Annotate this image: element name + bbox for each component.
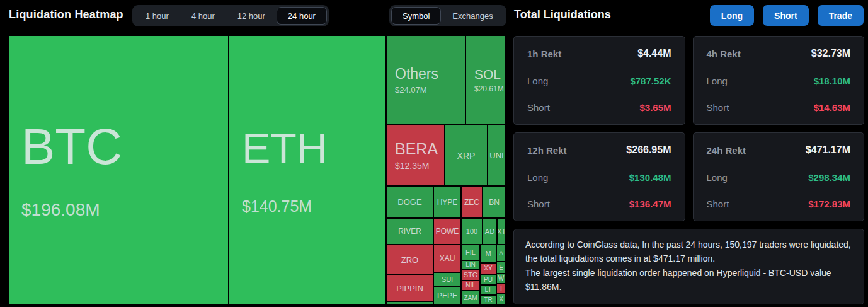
stats-column: 1h Rekt$4.44MLong$787.52KShort$3.65M4h R… (513, 36, 864, 304)
tile-symbol: XY (484, 265, 492, 272)
treemap-tile-bn[interactable]: BN (483, 187, 505, 217)
treemap-tile-powe[interactable]: POWE (434, 219, 460, 244)
time-tab-12-hour[interactable]: 12 hour (226, 7, 277, 25)
long-row: Long$18.10M (707, 76, 851, 86)
short-row: Short$172.83M (707, 199, 851, 209)
treemap-tile-tile[interactable] (387, 302, 433, 304)
treemap-tile-w[interactable]: W (497, 274, 505, 283)
treemap-tile-x[interactable]: X (497, 294, 505, 304)
treemap-tile-river[interactable]: RIVER (387, 219, 433, 244)
period-label: 12h Rekt (527, 145, 567, 156)
treemap-tile-hype[interactable]: HYPE (434, 187, 460, 217)
treemap-tile-uni[interactable]: UNI (488, 125, 505, 185)
treemap-tile-xt[interactable]: XT (498, 219, 505, 244)
long-value: $130.48M (629, 172, 671, 183)
treemap-tile-pepe[interactable]: PEPE (434, 287, 460, 304)
rekt-card-12h-rekt: 12h Rekt$266.95MLong$130.48MShort$136.47… (513, 132, 685, 221)
treemap-tile-xrp[interactable]: XRP (445, 125, 487, 185)
tile-symbol: W (498, 275, 504, 282)
tile-symbol: XAU (440, 255, 455, 262)
time-tab-24-hour[interactable]: 24 hour (277, 7, 327, 25)
tile-symbol: DOGE (397, 198, 421, 206)
treemap-tile-e[interactable]: E (497, 262, 505, 273)
trade-button[interactable]: Trade (818, 5, 864, 26)
view-tab-exchanges[interactable]: Exchanges (441, 7, 504, 25)
treemap-tile-tr[interactable]: TR (481, 296, 496, 304)
tile-symbol: BERA (395, 141, 438, 157)
view-tab-symbol[interactable]: Symbol (391, 7, 441, 25)
tile-symbol: E (499, 265, 503, 271)
tile-symbol: RIVER (398, 228, 421, 235)
treemap-tile-others[interactable]: Others$24.07M (387, 36, 465, 124)
tile-symbol: AD (485, 228, 494, 235)
total-row: 24h Rekt$471.17M (707, 144, 851, 156)
time-tab-4-hour[interactable]: 4 hour (180, 7, 226, 25)
time-range-tabs: 1 hour4 hour12 hour24 hour (132, 5, 329, 26)
total-row: 12h Rekt$266.95M (527, 144, 671, 156)
total-value: $471.17M (806, 144, 850, 156)
treemap-tile-stg[interactable]: STG (462, 270, 479, 280)
liquidation-treemap: BTC$196.08METH$140.75MOthers$24.07MSOL$2… (9, 36, 505, 304)
treemap-tile-a[interactable]: A (497, 245, 505, 261)
treemap-tile-fil[interactable]: FIL (462, 245, 479, 260)
tile-symbol: POWE (436, 228, 459, 235)
tile-symbol: SOL (474, 67, 501, 81)
rekt-card-4h-rekt: 4h Rekt$32.73MLong$18.10MShort$14.63M (693, 36, 865, 125)
treemap-tile-pippin[interactable]: PIPPIN (387, 275, 433, 301)
treemap-tile-lt[interactable]: LT (481, 286, 496, 294)
tile-symbol: ZEC (464, 199, 479, 206)
long-label: Long (707, 172, 728, 183)
tile-symbol: UNI (489, 151, 503, 159)
view-mode-tabs: SymbolExchanges (389, 5, 506, 26)
page-title: Liquidation Heatmap (9, 8, 123, 21)
summary-panel: According to CoinGlass data, In the past… (513, 229, 864, 304)
tile-symbol: XT (498, 228, 505, 235)
treemap-tile-doge[interactable]: DOGE (387, 187, 433, 217)
treemap-tile-xau[interactable]: XAU (434, 245, 460, 272)
period-label: 4h Rekt (707, 49, 741, 59)
treemap-tile-zro[interactable]: ZRO (387, 245, 433, 274)
treemap-tile-pu[interactable]: PU (481, 275, 496, 284)
period-label: 24h Rekt (707, 145, 746, 156)
total-value: $266.95M (626, 144, 671, 156)
tile-symbol: NIL (465, 282, 476, 289)
summary-line-1: According to CoinGlass data, In the past… (525, 238, 852, 266)
total-row: 4h Rekt$32.73M (707, 48, 851, 59)
treemap-tile-bera[interactable]: BERA$12.35M (387, 125, 444, 185)
treemap-tile-nil[interactable]: NIL (462, 281, 479, 290)
tile-symbol: BTC (21, 122, 122, 172)
liquidation-heatmap-app: Liquidation Heatmap 1 hour4 hour12 hour2… (0, 0, 868, 307)
tile-symbol: PIPPIN (396, 284, 423, 293)
long-row: Long$298.34M (707, 172, 851, 183)
treemap-tile-eth[interactable]: ETH$140.75M (229, 36, 385, 304)
treemap-tile-zam[interactable]: ZAM (462, 291, 479, 304)
tile-liquidation-value: $196.08M (21, 201, 100, 219)
treemap-tile-xy[interactable]: XY (481, 264, 496, 274)
short-row: Short$136.47M (527, 199, 671, 209)
treemap-tile-btc[interactable]: BTC$196.08M (9, 36, 228, 304)
total-value: $32.73M (811, 48, 850, 59)
time-tab-1-hour[interactable]: 1 hour (134, 7, 180, 25)
treemap-tile-m[interactable]: M (481, 245, 496, 262)
treemap-tile-sol[interactable]: SOL$20.61M (466, 36, 505, 124)
total-liquidations-title: Total Liquidations (514, 8, 611, 21)
rekt-card-24h-rekt: 24h Rekt$471.17MLong$298.34MShort$172.83… (693, 132, 865, 221)
treemap-tile-ad[interactable]: AD (483, 219, 496, 244)
tile-symbol: ETH (242, 127, 328, 170)
tile-symbol: T (499, 286, 503, 292)
treemap-tile-sui[interactable]: SUI (434, 273, 460, 286)
tile-symbol: BN (489, 199, 500, 206)
stats-grid: 1h Rekt$4.44MLong$787.52KShort$3.65M4h R… (513, 36, 864, 221)
long-button[interactable]: Long (710, 5, 754, 26)
tile-liquidation-value: $24.07M (395, 86, 427, 94)
short-button[interactable]: Short (763, 5, 809, 26)
short-value: $14.63M (814, 102, 850, 113)
summary-line-2: The largest single liquidation order hap… (525, 266, 852, 294)
tile-symbol: PEPE (437, 292, 457, 299)
long-value: $18.10M (814, 76, 850, 86)
treemap-tile-lin[interactable]: LIN (462, 261, 479, 269)
treemap-tile-zec[interactable]: ZEC (462, 187, 482, 217)
treemap-tile-t[interactable]: T (497, 284, 505, 293)
tile-symbol: LIN (465, 262, 476, 268)
treemap-tile-100[interactable]: 100 (462, 219, 482, 244)
